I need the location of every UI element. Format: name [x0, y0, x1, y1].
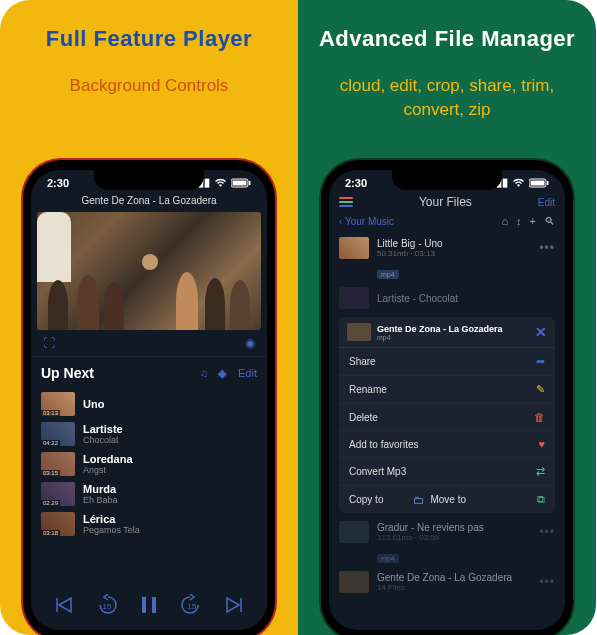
- settings-icon[interactable]: [339, 197, 353, 207]
- action-rename[interactable]: Rename✎: [339, 376, 555, 404]
- action-convert[interactable]: Convert Mp3⇄: [339, 458, 555, 486]
- skip-back-button[interactable]: 15: [96, 594, 120, 616]
- trash-icon: 🗑: [534, 411, 545, 423]
- fullscreen-icon[interactable]: ⛶: [43, 336, 55, 350]
- now-playing-title: Gente De Zona - La Gozadera: [31, 191, 267, 212]
- file-badge: mp4: [377, 270, 399, 279]
- svg-rect-3: [142, 597, 146, 613]
- file-row[interactable]: Lartiste - Chocolat: [329, 283, 565, 313]
- skip-fwd-button[interactable]: 15: [178, 594, 202, 616]
- svg-rect-4: [152, 597, 156, 613]
- phone-screen: 2:30 ▮▮▮▮ Gente De Zona - La Gozadera: [31, 170, 267, 630]
- promo-subtitle: Background Controls: [0, 74, 298, 98]
- next-track-button[interactable]: [223, 596, 243, 614]
- wifi-icon: [512, 178, 525, 188]
- file-row[interactable]: Gradur - Ne reviens pas113.61mb · 03:59 …: [329, 517, 565, 547]
- search-icon[interactable]: 🔍︎: [544, 215, 555, 227]
- playback-controls: 15 15: [31, 586, 267, 624]
- notch: [392, 170, 502, 190]
- file-header: Your Files Edit: [329, 191, 565, 213]
- shuffle-icon[interactable]: ♫: [200, 367, 208, 379]
- phone-frame: 2:30 ▮▮▮▮ Gente De Zona - La Gozadera: [23, 160, 275, 635]
- up-next-label: Up Next: [41, 365, 190, 381]
- convert-icon: ⇄: [536, 465, 545, 478]
- pause-button[interactable]: [140, 595, 158, 615]
- sort-icon[interactable]: ↕: [516, 215, 522, 227]
- wifi-icon: [214, 178, 227, 188]
- popup-header: Gente De Zona - La Gozaderamp4 ✕: [339, 317, 555, 348]
- prev-track-button[interactable]: [55, 596, 75, 614]
- notch: [94, 170, 204, 190]
- promo-subtitle: cloud, edit, crop, share, trim, convert,…: [298, 74, 596, 122]
- svg-rect-7: [547, 181, 549, 185]
- battery-icon: [231, 178, 251, 188]
- folder-icon: 🗀: [413, 494, 424, 506]
- edit-queue-button[interactable]: Edit: [238, 367, 257, 379]
- share-icon: ➦: [536, 355, 545, 368]
- queue-item[interactable]: 04:22 LartisteChocolat: [31, 419, 267, 449]
- home-icon[interactable]: ⌂: [501, 215, 508, 227]
- action-share[interactable]: Share➦: [339, 348, 555, 376]
- action-delete[interactable]: Delete🗑: [339, 404, 555, 431]
- svg-rect-6: [531, 180, 545, 185]
- queue-item[interactable]: 03:18 LéricaPegamos Tela: [31, 509, 267, 539]
- promo-panel-player: Full Feature Player Background Controls …: [0, 0, 298, 635]
- file-actions-popup: Gente De Zona - La Gozaderamp4 ✕ Share➦ …: [339, 317, 555, 513]
- header-title: Your Files: [353, 195, 538, 209]
- back-button[interactable]: ‹ Your Music: [339, 216, 394, 227]
- popup-thumb: [347, 323, 371, 341]
- close-icon[interactable]: ✕: [535, 324, 547, 340]
- file-row[interactable]: Little Big - Uno50.31mb · 03:13 •••: [329, 233, 565, 263]
- heart-icon: ♥: [538, 438, 545, 450]
- phone-screen: 2:30 ▮▮▮▮ Your Files Edit ‹ Your Music ⌂…: [329, 170, 565, 630]
- status-time: 2:30: [345, 177, 367, 189]
- file-row[interactable]: Gente De Zona - La Gozadera14 Files •••: [329, 567, 565, 597]
- action-favorite[interactable]: Add to favorites♥: [339, 431, 555, 458]
- cast-icon[interactable]: ◉: [245, 336, 255, 350]
- edit-files-button[interactable]: Edit: [538, 197, 555, 208]
- airplay-icon[interactable]: ◈: [218, 367, 226, 380]
- battery-icon: [529, 178, 549, 188]
- more-icon[interactable]: •••: [539, 525, 555, 539]
- video-player[interactable]: [37, 212, 261, 330]
- queue-list: 03:13 Uno 04:22 LartisteChocolat 03:15 L…: [31, 389, 267, 539]
- up-next-header: Up Next ♫ ◈ Edit: [31, 356, 267, 389]
- file-badge: mp4: [377, 554, 399, 563]
- promo-title: Full Feature Player: [0, 26, 298, 52]
- svg-rect-2: [249, 181, 251, 185]
- breadcrumb-bar: ‹ Your Music ⌂ ↕ + 🔍︎: [329, 213, 565, 233]
- more-icon[interactable]: •••: [539, 575, 555, 589]
- add-icon[interactable]: +: [530, 215, 536, 227]
- copy-icon: ⧉: [537, 493, 545, 506]
- promo-title: Advanced File Manager: [298, 26, 596, 52]
- svg-rect-1: [233, 180, 247, 185]
- queue-item[interactable]: 02:29 MurdaEh Baba: [31, 479, 267, 509]
- more-icon[interactable]: •••: [539, 241, 555, 255]
- rename-icon: ✎: [536, 383, 545, 396]
- promo-panel-filemanager: Advanced File Manager cloud, edit, crop,…: [298, 0, 596, 635]
- queue-item[interactable]: 03:13 Uno: [31, 389, 267, 419]
- queue-item[interactable]: 03:15 LoredanaAngst: [31, 449, 267, 479]
- phone-frame: 2:30 ▮▮▮▮ Your Files Edit ‹ Your Music ⌂…: [321, 160, 573, 635]
- status-time: 2:30: [47, 177, 69, 189]
- action-copymove[interactable]: Copy to 🗀Move to ⧉: [339, 486, 555, 513]
